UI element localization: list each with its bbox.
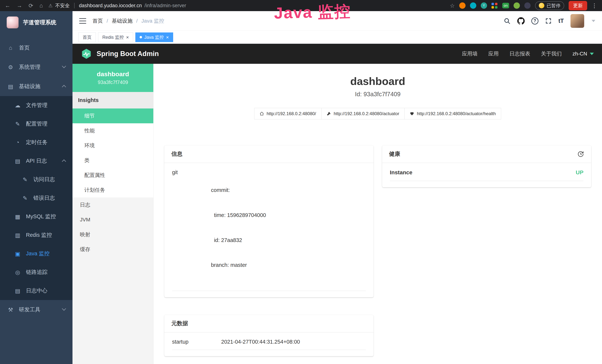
search-icon[interactable]: [504, 17, 511, 24]
close-icon[interactable]: ×: [166, 35, 169, 40]
sidebar-item-access-logs[interactable]: ✎ 访问日志: [0, 170, 73, 189]
sba-instance-block[interactable]: dashboard 93a3fc7f7409: [73, 64, 153, 92]
instance-title: dashboard: [153, 75, 602, 87]
api-log-icon: ▤: [14, 158, 21, 164]
app-header: 首页 / 基础设施 / Java 监控 ?: [73, 11, 602, 31]
extension-icon-6[interactable]: [524, 2, 531, 9]
instance-actuator-link[interactable]: http://192.168.0.2:48080/actuator: [321, 108, 405, 119]
extension-icon-3[interactable]: Y: [481, 2, 487, 9]
profile-face-icon: [539, 3, 544, 8]
mysql-icon: ▦: [14, 214, 21, 220]
sidebar-item-trace[interactable]: ◎ 链路追踪: [0, 263, 73, 281]
address-bar[interactable]: ⚠ 不安全 dashboard.yudao.iocoder.cn/infra/a…: [48, 2, 186, 9]
profile-paused-badge[interactable]: 已暂停: [535, 1, 564, 10]
sba-item-beans[interactable]: 类: [73, 153, 153, 168]
bookmark-star-icon[interactable]: ☆: [450, 2, 455, 9]
gear-icon: ⚙: [7, 64, 14, 70]
tab-home[interactable]: 首页: [78, 32, 96, 42]
home-icon: ⌂: [7, 45, 14, 51]
sidebar-item-label: 日志中心: [26, 287, 47, 294]
sba-item-mappings[interactable]: 映射: [73, 227, 153, 242]
instance-health-link[interactable]: http://192.168.0.2:48080/actuator/health: [404, 108, 501, 119]
fullscreen-icon[interactable]: [545, 18, 552, 24]
sidebar-item-mysql-monitor[interactable]: ▦ MySQL 监控: [0, 207, 73, 226]
sidebar-item-java-monitor[interactable]: ▣ Java 监控: [0, 244, 73, 263]
sba-item-config-props[interactable]: 配置属性: [73, 168, 153, 183]
language-selector[interactable]: zh-CN: [572, 51, 594, 57]
chevron-up-icon: [62, 85, 66, 89]
card-body: startup 2021-04-27T00:44:31.254+08:00: [164, 332, 374, 356]
tab-java-monitor[interactable]: Java 监控 ×: [135, 32, 173, 42]
table-row[interactable]: Instance UP: [390, 169, 584, 181]
breadcrumb-current: Java 监控: [141, 17, 164, 24]
sba-item-loggers[interactable]: 日志: [73, 197, 153, 212]
sba-group-insights[interactable]: Insights: [73, 92, 153, 108]
sba-nav-applications[interactable]: 应用: [488, 50, 499, 57]
card-body: git commit: time: 1596289704000 id: 27aa…: [164, 163, 374, 297]
sidebar-item-label: 定时任务: [26, 139, 47, 146]
extension-icon-1[interactable]: [459, 2, 465, 9]
sba-nav-journal[interactable]: 日志报表: [509, 50, 530, 57]
reload-icon[interactable]: ⟳: [29, 2, 33, 9]
sidebar-item-error-logs[interactable]: ✎ 错误日志: [0, 189, 73, 207]
hamburger-icon[interactable]: [79, 18, 86, 24]
breadcrumb: 首页 / 基础设施 / Java 监控: [93, 17, 164, 24]
font-size-icon[interactable]: tT: [559, 18, 564, 24]
sidebar-item-home[interactable]: ⌂ 首页: [0, 38, 73, 57]
sba-item-caches[interactable]: 缓存: [73, 242, 153, 257]
sidebar-item-system-mgmt[interactable]: ⚙ 系统管理: [0, 57, 73, 77]
extension-icon-2[interactable]: [470, 2, 476, 9]
sidebar-item-log-center[interactable]: ▤ 日志中心: [0, 281, 73, 300]
sba-nav: 应用墙 应用 日志报表 关于我们 zh-CN: [462, 50, 594, 57]
github-icon[interactable]: [517, 17, 525, 25]
browser-home-icon[interactable]: ⌂: [40, 2, 43, 9]
sidebar-item-redis-monitor[interactable]: ▥ Redis 监控: [0, 226, 73, 244]
instance-home-link[interactable]: http://192.168.0.2:48080/: [254, 108, 322, 119]
header-actions: ? tT: [504, 14, 595, 28]
wrench-icon: [327, 111, 331, 116]
sidebar-item-devtools[interactable]: ⚒ 研发工具: [0, 300, 73, 319]
sba-item-metrics[interactable]: 性能: [73, 123, 153, 138]
sba-item-jvm[interactable]: JVM: [73, 212, 153, 227]
sba-brand-title: Spring Boot Admin: [97, 50, 159, 58]
close-icon[interactable]: ×: [126, 35, 129, 40]
sba-item-environment[interactable]: 环境: [73, 138, 153, 153]
instance-id-line: Id: 93a3fc7f7409: [153, 91, 602, 98]
back-icon[interactable]: ←: [5, 2, 10, 9]
extension-on-badge[interactable]: on: [502, 3, 509, 8]
git-line: id: 27aa832: [211, 236, 266, 244]
sidebar-menu: ⌂ 首页 ⚙ 系统管理 ▤ 基础设施 ☁ 文件管理: [0, 34, 73, 319]
browser-toolbar-right: ☆ Y on 已暂停 更新 ⋮: [450, 1, 597, 11]
link-url: http://192.168.0.2:48080/actuator/health: [417, 111, 496, 116]
forward-icon[interactable]: →: [17, 2, 22, 9]
sidebar-item-api-logs[interactable]: ▤ API 日志: [0, 152, 73, 170]
sba-nav-wallboard[interactable]: 应用墙: [462, 50, 478, 57]
sba-item-details[interactable]: 细节: [73, 108, 153, 123]
sidebar-item-infrastructure[interactable]: ▤ 基础设施: [0, 77, 73, 96]
browser-update-button[interactable]: 更新: [569, 1, 587, 11]
browser-menu-icon[interactable]: ⋮: [592, 2, 597, 9]
app-logo[interactable]: 芋道管理系统: [0, 11, 73, 34]
sidebar-item-label: Redis 监控: [26, 231, 52, 239]
tab-redis-monitor[interactable]: Redis 监控 ×: [98, 32, 133, 42]
history-icon[interactable]: [577, 150, 584, 158]
sidebar-item-file-mgmt[interactable]: ☁ 文件管理: [0, 96, 73, 115]
sidebar-item-label: MySQL 监控: [26, 213, 56, 220]
avatar-caret-icon[interactable]: [592, 20, 595, 22]
sba-item-scheduled-tasks[interactable]: 计划任务: [73, 183, 153, 197]
user-avatar[interactable]: [570, 14, 584, 28]
metadata-card: 元数据 startup 2021-04-27T00:44:31.254+08:0…: [164, 315, 374, 356]
sidebar-item-config-mgmt[interactable]: ✎ 配置管理: [0, 115, 73, 133]
sidebar-item-scheduled-tasks[interactable]: ◔ 定时任务: [0, 133, 73, 152]
row-label: startup: [172, 339, 221, 345]
sba-brand[interactable]: Spring Boot Admin: [81, 48, 159, 60]
tabs-bar: 首页 Redis 监控 × Java 监控 ×: [73, 31, 602, 44]
sidebar-item-label: 首页: [19, 44, 30, 52]
security-warning-icon: ⚠: [48, 3, 53, 8]
breadcrumb-infrastructure[interactable]: 基础设施: [112, 17, 133, 24]
help-icon[interactable]: ?: [531, 17, 538, 24]
sba-nav-about[interactable]: 关于我们: [541, 50, 562, 57]
extension-icon-5[interactable]: [514, 2, 520, 9]
breadcrumb-home[interactable]: 首页: [93, 17, 103, 24]
extension-icon-4[interactable]: [492, 2, 498, 9]
